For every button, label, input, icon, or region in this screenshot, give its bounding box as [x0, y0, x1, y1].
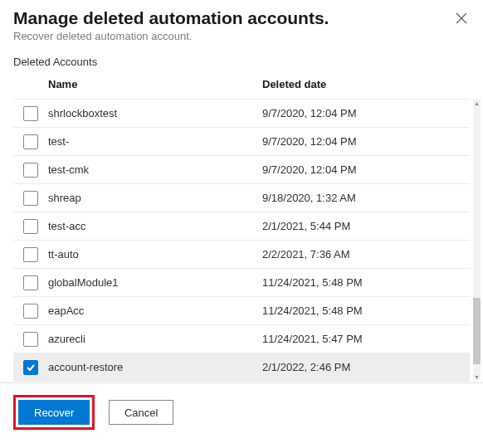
- row-deleted-date: 11/24/2021, 5:48 PM: [262, 304, 470, 317]
- row-checkbox[interactable]: [23, 219, 38, 234]
- account-list: shrlockboxtest9/7/2020, 12:04 PMtest-9/7…: [13, 99, 470, 382]
- row-name: eapAcc: [48, 304, 262, 317]
- scroll-down-arrow[interactable]: ▼: [473, 373, 481, 381]
- column-header-name[interactable]: Name: [48, 78, 262, 90]
- scroll-thumb[interactable]: [473, 298, 481, 364]
- table-row[interactable]: tt-auto2/2/2021, 7:36 AM: [13, 241, 470, 269]
- row-deleted-date: 9/7/2020, 12:04 PM: [262, 107, 470, 119]
- table-row[interactable]: test-acc2/1/2021, 5:44 PM: [13, 212, 470, 241]
- row-deleted-date: 2/2/2021, 7:36 AM: [262, 248, 470, 261]
- table-row[interactable]: shrlockboxtest9/7/2020, 12:04 PM: [13, 100, 470, 128]
- table-row[interactable]: test-cmk9/7/2020, 12:04 PM: [13, 156, 470, 184]
- table-row[interactable]: eapAcc11/24/2021, 5:48 PM: [13, 297, 470, 325]
- row-deleted-date: 9/7/2020, 12:04 PM: [262, 135, 470, 148]
- recover-button[interactable]: Recover: [18, 400, 90, 425]
- row-deleted-date: 2/1/2021, 5:44 PM: [262, 220, 470, 232]
- row-checkbox[interactable]: [23, 106, 38, 121]
- table-row[interactable]: account-restore2/1/2022, 2:46 PM: [13, 353, 470, 382]
- row-checkbox[interactable]: [23, 247, 38, 262]
- row-name: test-acc: [48, 220, 262, 232]
- row-deleted-date: 9/18/2020, 1:32 AM: [262, 192, 470, 204]
- section-label: Deleted Accounts: [0, 47, 483, 73]
- row-name: account-restore: [48, 361, 262, 373]
- table-row[interactable]: azurecli11/24/2021, 5:47 PM: [13, 325, 470, 353]
- row-checkbox[interactable]: [23, 304, 38, 319]
- row-name: azurecli: [48, 333, 262, 345]
- row-checkbox[interactable]: [23, 275, 38, 290]
- table-row[interactable]: shreap9/18/2020, 1:32 AM: [13, 184, 470, 212]
- footer: Recover Cancel: [0, 382, 483, 448]
- row-deleted-date: 11/24/2021, 5:47 PM: [262, 333, 470, 345]
- row-checkbox[interactable]: [23, 163, 38, 178]
- recover-button-highlight: Recover: [13, 395, 95, 430]
- row-name: test-cmk: [48, 163, 262, 176]
- row-name: shrlockboxtest: [48, 107, 262, 119]
- column-header-deleted-date[interactable]: Deleted date: [262, 78, 470, 90]
- cancel-button[interactable]: Cancel: [109, 400, 173, 425]
- row-checkbox[interactable]: [23, 332, 38, 347]
- row-checkbox[interactable]: [23, 360, 38, 375]
- row-name: tt-auto: [48, 248, 262, 261]
- row-deleted-date: 2/1/2022, 2:46 PM: [262, 361, 470, 373]
- row-deleted-date: 11/24/2021, 5:48 PM: [262, 276, 470, 289]
- page-subtitle: Recover deleted automation account.: [13, 30, 470, 42]
- page-title: Manage deleted automation accounts.: [13, 8, 445, 28]
- check-icon: [26, 363, 36, 373]
- row-checkbox[interactable]: [23, 134, 38, 149]
- table-row[interactable]: test-9/7/2020, 12:04 PM: [13, 128, 470, 156]
- row-checkbox[interactable]: [23, 191, 38, 206]
- row-name: test-: [48, 135, 262, 148]
- table-row[interactable]: globalModule111/24/2021, 5:48 PM: [13, 269, 470, 297]
- row-name: shreap: [48, 192, 262, 204]
- row-deleted-date: 9/7/2020, 12:04 PM: [262, 163, 470, 176]
- close-button[interactable]: [453, 10, 470, 27]
- close-icon: [456, 12, 467, 24]
- scrollbar[interactable]: ▲ ▼: [473, 99, 481, 381]
- scroll-up-arrow[interactable]: ▲: [473, 99, 481, 107]
- row-name: globalModule1: [48, 276, 262, 289]
